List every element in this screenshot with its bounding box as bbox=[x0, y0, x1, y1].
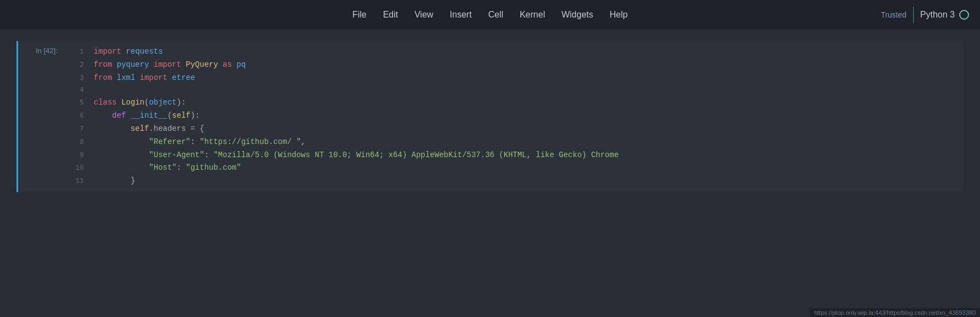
code-line: 6 def __init__(self): bbox=[69, 109, 957, 123]
line-number: 7 bbox=[69, 123, 84, 135]
line-number: 9 bbox=[69, 149, 84, 162]
kernel-status-circle[interactable] bbox=[959, 10, 969, 20]
trusted-label: Trusted bbox=[881, 10, 907, 19]
line-content: "Referer": "https://github.com/ ", bbox=[94, 136, 306, 149]
code-line: 2from pyquery import PyQuery as pq bbox=[69, 59, 957, 72]
line-content: from lxml import etree bbox=[94, 72, 195, 85]
menubar: File Edit View Insert Cell Kernel Widget… bbox=[0, 0, 980, 30]
code-line: 11 } bbox=[69, 175, 957, 188]
notebook: In [42]: 1import requests2from pyquery i… bbox=[0, 30, 980, 317]
line-content: def __init__(self): bbox=[94, 109, 200, 123]
line-number: 11 bbox=[69, 175, 84, 187]
line-number: 1 bbox=[69, 46, 84, 58]
menu-edit[interactable]: Edit bbox=[383, 8, 398, 22]
menu-cell[interactable]: Cell bbox=[488, 8, 504, 22]
line-content: class Login(object): bbox=[94, 96, 186, 109]
line-content: self.headers = { bbox=[94, 123, 204, 136]
line-number: 2 bbox=[69, 59, 84, 71]
code-area[interactable]: 1import requests2from pyquery import PyQ… bbox=[62, 41, 964, 192]
line-number: 4 bbox=[69, 84, 84, 96]
line-number: 3 bbox=[69, 72, 84, 84]
menu-file[interactable]: File bbox=[352, 8, 367, 22]
line-number: 5 bbox=[69, 97, 84, 109]
code-line: 7 self.headers = { bbox=[69, 123, 957, 136]
code-line: 4 bbox=[69, 84, 957, 96]
code-line: 5class Login(object): bbox=[69, 96, 957, 109]
line-content: from pyquery import PyQuery as pq bbox=[94, 59, 246, 72]
kernel-indicator: Python 3 bbox=[920, 10, 969, 20]
code-line: 9 "User-Agent": "Mozilla/5.0 (Windows NT… bbox=[69, 149, 957, 162]
menu-right: Trusted Python 3 bbox=[881, 7, 969, 23]
code-line: 8 "Referer": "https://github.com/ ", bbox=[69, 136, 957, 149]
line-number: 8 bbox=[69, 136, 84, 148]
code-cell[interactable]: In [42]: 1import requests2from pyquery i… bbox=[16, 41, 964, 192]
menu-items: File Edit View Insert Cell Kernel Widget… bbox=[11, 8, 969, 22]
line-content: import requests bbox=[94, 45, 163, 59]
code-line: 1import requests bbox=[69, 45, 957, 59]
kernel-name[interactable]: Python 3 bbox=[920, 10, 955, 20]
statusbar: https://ptop.only.wip.la:443/https/blog.… bbox=[810, 308, 980, 317]
menu-kernel[interactable]: Kernel bbox=[520, 8, 545, 22]
line-content: "Host": "github.com" bbox=[94, 162, 241, 175]
cell-label: In [42]: bbox=[18, 41, 62, 60]
menu-view[interactable]: View bbox=[414, 8, 433, 22]
code-line: 10 "Host": "github.com" bbox=[69, 162, 957, 175]
menu-widgets[interactable]: Widgets bbox=[561, 8, 593, 22]
line-content: } bbox=[94, 175, 135, 188]
menu-help[interactable]: Help bbox=[609, 8, 628, 22]
vertical-divider bbox=[913, 7, 914, 23]
line-content: "User-Agent": "Mozilla/5.0 (Windows NT 1… bbox=[94, 149, 619, 162]
code-line: 3from lxml import etree bbox=[69, 72, 957, 85]
line-number: 10 bbox=[69, 162, 84, 174]
line-number: 6 bbox=[69, 110, 84, 122]
menu-insert[interactable]: Insert bbox=[450, 8, 472, 22]
